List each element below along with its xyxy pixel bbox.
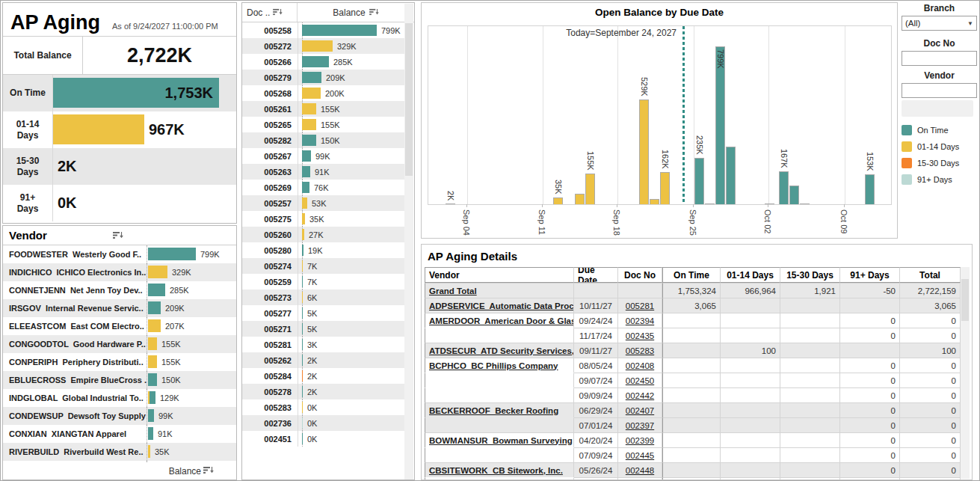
vendor-bar[interactable] <box>148 445 150 458</box>
details-header-cell[interactable]: Due Date <box>574 267 618 283</box>
details-row[interactable]: BCPHCO BC Phillips Company08/05/24002408… <box>425 358 961 373</box>
doc-row[interactable]: 0052622K <box>242 352 405 368</box>
doc-row[interactable]: 0052747K <box>242 258 405 274</box>
details-header-cell[interactable]: 91+ Days <box>840 267 900 283</box>
doc-bar[interactable] <box>302 135 316 146</box>
vendor-bar[interactable] <box>148 409 154 422</box>
vendor-bar[interactable] <box>148 284 165 296</box>
doc-row[interactable]: 00526391K <box>242 164 405 180</box>
doc-bar[interactable] <box>302 433 303 444</box>
vendor-bar[interactable] <box>148 301 161 314</box>
doc-bar[interactable] <box>302 56 329 67</box>
doc-bar[interactable] <box>302 213 305 224</box>
chart-bar[interactable] <box>715 46 725 204</box>
details-header-cell[interactable]: On Time <box>662 267 721 283</box>
doc-bar[interactable] <box>302 25 377 36</box>
doc-bar[interactable] <box>302 72 321 83</box>
vendor-link[interactable]: AMERDOOR American Door & Glass <box>429 316 574 325</box>
doc-link[interactable]: 005281 <box>626 301 654 310</box>
doc-row[interactable]: 0052782K <box>242 384 405 399</box>
vendor-bar[interactable] <box>148 373 157 386</box>
doc-row[interactable]: 00525753K <box>242 195 405 211</box>
doc-bar[interactable] <box>302 402 303 413</box>
doc-link[interactable]: 002397 <box>626 421 654 430</box>
aging-bucket-row[interactable]: 91+ Days0K <box>3 185 236 221</box>
doc-bar[interactable] <box>302 119 316 130</box>
chart-bar[interactable] <box>639 99 649 204</box>
chart-bar[interactable] <box>660 172 670 204</box>
aging-bucket-bar[interactable] <box>53 114 144 144</box>
vendor-row[interactable]: CONPERIPH Periphery Distributi..155K <box>3 353 236 371</box>
doc-bar[interactable] <box>302 88 321 99</box>
vendor-link[interactable]: BCPHCO BC Phillips Company <box>429 361 558 370</box>
details-row[interactable]: Grand Total1,753,324966,9641,921-502,722… <box>425 283 961 298</box>
doc-row[interactable]: 005282150K <box>242 132 405 148</box>
doc-bar[interactable] <box>302 276 303 287</box>
doc-row[interactable]: 005258799K <box>242 22 405 38</box>
doc-row[interactable]: 00528019K <box>242 242 405 258</box>
vendor-row[interactable]: ELEEASTCOM East COM Electro..207K <box>3 317 236 335</box>
chart-bar[interactable] <box>765 203 774 204</box>
doc-row[interactable]: 0052813K <box>242 337 405 352</box>
doc-bar[interactable] <box>302 386 303 397</box>
doc-bar[interactable] <box>302 40 333 52</box>
sort-icon[interactable] <box>273 7 283 18</box>
doc-bar[interactable] <box>302 292 303 303</box>
doc-bar[interactable] <box>302 339 303 350</box>
aging-bucket-row[interactable]: 01-14 Days967K <box>3 111 236 148</box>
doc-link[interactable]: 002399 <box>626 436 654 445</box>
doc-row[interactable]: 0052830K <box>242 399 405 415</box>
doc-row[interactable]: 0024510K <box>242 431 405 447</box>
details-row[interactable]: ADPSERVICE Automatic Data Proce..10/11/2… <box>425 298 961 313</box>
vendor-bar[interactable] <box>148 266 167 278</box>
chart-bar[interactable] <box>705 203 715 204</box>
vendor-link[interactable]: ADPSERVICE Automatic Data Proce.. <box>429 301 574 310</box>
legend-item[interactable]: 01-14 Days <box>902 138 979 155</box>
doc-bar[interactable] <box>302 245 303 256</box>
doc-bar[interactable] <box>302 166 310 177</box>
details-header-cell[interactable]: Total <box>900 267 961 283</box>
doc-row[interactable]: 00526976K <box>242 180 405 195</box>
vendor-bar[interactable] <box>148 248 196 260</box>
details-header-cell[interactable]: 15-30 Days <box>780 267 840 283</box>
details-row[interactable]: 09/09/2400244200 <box>425 387 961 402</box>
doc-row[interactable]: 00527535K <box>242 211 405 227</box>
chart-bar[interactable] <box>789 186 799 204</box>
chart-bar[interactable] <box>779 171 789 204</box>
doc-link[interactable]: 002450 <box>626 376 654 385</box>
aging-bucket-row[interactable]: 15-30 Days2K <box>3 148 236 185</box>
details-header-cell[interactable]: Doc No <box>618 267 662 283</box>
details-row[interactable]: 07/01/2400239700 <box>425 417 961 432</box>
doc-bar[interactable] <box>302 260 303 272</box>
branch-dropdown[interactable]: (All) ▼ <box>902 16 977 31</box>
vendor-row[interactable]: EBLUECROSS Empire BlueCross ..150K <box>3 371 236 389</box>
doc-bar[interactable] <box>302 417 303 429</box>
doc-no-input[interactable] <box>902 51 977 66</box>
legend-item[interactable]: 15-30 Days <box>902 155 979 171</box>
doc-row[interactable]: 005261155K <box>242 101 405 117</box>
vendor-link[interactable]: Grand Total <box>429 287 477 295</box>
vendor-bar[interactable] <box>148 427 153 440</box>
doc-bar[interactable] <box>302 103 316 114</box>
doc-link[interactable]: 002445 <box>626 451 654 460</box>
doc-row[interactable]: 0052715K <box>242 321 405 337</box>
vendor-link[interactable]: BECKERROOF Becker Roofing <box>429 406 558 415</box>
doc-row[interactable]: 005268200K <box>242 85 405 101</box>
vendor-bar[interactable] <box>148 391 155 404</box>
doc-bar[interactable] <box>302 182 309 193</box>
doc-row[interactable]: 005266285K <box>242 54 405 70</box>
doc-link[interactable]: 002408 <box>626 361 654 370</box>
doc-row[interactable]: 0052736K <box>242 289 405 305</box>
details-scrollbar-thumb[interactable] <box>961 279 969 321</box>
vendor-link[interactable]: ATDSECUR ATD Security Services, I.. <box>429 346 574 355</box>
chart-bar[interactable] <box>553 197 563 204</box>
vendor-row[interactable]: FOODWESTER Westerly Good F..799K <box>3 245 236 263</box>
doc-row[interactable]: 00526799K <box>242 148 405 164</box>
doc-link[interactable]: 002442 <box>626 391 654 400</box>
doc-list-scrollbar-thumb[interactable] <box>405 23 413 176</box>
chart-bar[interactable] <box>650 199 659 204</box>
vendor-row[interactable]: IRSGOV Internal Revenue Servic..209K <box>3 299 236 317</box>
doc-link[interactable]: 002407 <box>626 406 654 415</box>
details-header-cell[interactable]: Vendor <box>425 267 574 283</box>
vendor-input[interactable] <box>902 83 977 98</box>
